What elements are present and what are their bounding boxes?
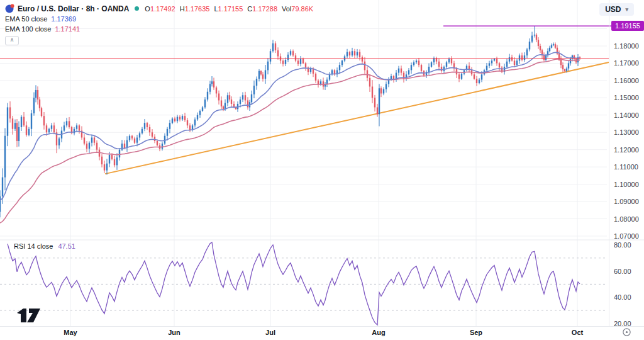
- close-value: 1.17288: [252, 5, 277, 13]
- currency-label: USD: [605, 5, 621, 14]
- symbol-title[interactable]: Euro / U.S. Dollar · 8h · OANDA: [18, 4, 129, 13]
- ema100-line[interactable]: [0, 59, 580, 223]
- instrument-icon: [5, 4, 14, 13]
- tradingview-logo[interactable]: [16, 309, 45, 322]
- high-value: 1.17635: [185, 5, 210, 13]
- collapse-legend-button[interactable]: ∧: [5, 36, 19, 45]
- chart-legend: Euro / U.S. Dollar · 8h · OANDA O1.17492…: [5, 3, 313, 45]
- price-axis[interactable]: [609, 0, 644, 326]
- time-axis[interactable]: [0, 326, 644, 340]
- axis-tick-labels: 1.180001.170001.160001.150001.140001.130…: [64, 42, 638, 336]
- symbol-row[interactable]: Euro / U.S. Dollar · 8h · OANDA O1.17492…: [5, 3, 313, 14]
- rsi-line[interactable]: [8, 242, 580, 325]
- chevron-up-icon: ∧: [10, 37, 14, 43]
- ohlc-values: O1.17492 H1.17635 L1.17155 C1.17288 Vol7…: [145, 5, 313, 13]
- indicator-value: 1.17369: [51, 15, 76, 23]
- indicator-row-ema50[interactable]: EMA 50 close 1.17369: [5, 14, 313, 24]
- grid-lines: [0, 0, 644, 326]
- currency-selector[interactable]: USD ▾: [599, 3, 634, 16]
- rsi-name: RSI 14 close: [14, 242, 53, 250]
- rsi-value: 47.51: [58, 242, 75, 250]
- ema50-line[interactable]: [0, 52, 580, 200]
- low-value: 1.17155: [218, 5, 243, 13]
- indicator-value: 1.17141: [55, 25, 80, 33]
- indicator-row-ema100[interactable]: EMA 100 close 1.17141: [5, 24, 313, 34]
- chevron-down-icon: ▾: [625, 6, 628, 13]
- alert-price-label[interactable]: 1.19155: [611, 21, 644, 31]
- trading-chart-app: 1.180001.170001.160001.150001.140001.130…: [0, 0, 644, 340]
- indicator-name: EMA 50 close: [5, 15, 47, 23]
- candlestick-chart[interactable]: 1.180001.170001.160001.150001.140001.130…: [0, 0, 644, 340]
- rsi-legend[interactable]: RSI 14 close 47.51: [14, 242, 75, 250]
- indicator-name: EMA 100 close: [5, 25, 51, 33]
- open-value: 1.17492: [150, 5, 175, 13]
- settings-icon[interactable]: [622, 327, 631, 337]
- candles: [0, 26, 580, 217]
- market-status-icon: [135, 6, 139, 11]
- volume-value: 79.86K: [291, 5, 313, 13]
